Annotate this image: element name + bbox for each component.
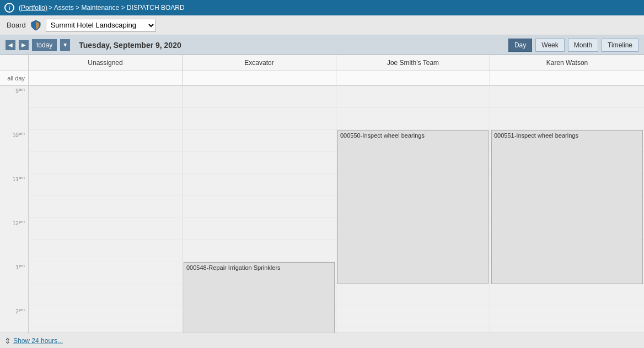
all-day-cell-joe[interactable]	[336, 70, 490, 85]
view-timeline-button[interactable]: Timeline	[602, 39, 638, 52]
view-week-button[interactable]: Week	[535, 39, 564, 52]
cell	[29, 328, 182, 333]
all-day-cell-karen[interactable]	[490, 70, 644, 85]
calendar-date-label: Tuesday, September 9, 2020	[79, 41, 505, 50]
cell	[29, 196, 182, 218]
time-1030	[0, 152, 29, 174]
time-labels: 9am 10am 11am 12pm 1pm 2pm 3pm 4pm 5pm 6…	[0, 86, 29, 333]
time-12pm: 12pm	[0, 218, 29, 240]
column-headers: Unassigned Excavator Joe Smith's Team Ka…	[0, 55, 644, 70]
cell	[183, 152, 336, 174]
time-1130	[0, 196, 29, 218]
cell	[183, 108, 336, 130]
cell	[29, 174, 182, 196]
cell	[29, 240, 182, 262]
cell	[29, 86, 182, 108]
bottom-bar: ⇕ Show 24 hours...	[0, 333, 644, 348]
cell	[490, 86, 644, 108]
time-header	[0, 55, 29, 70]
time-2pm: 2pm	[0, 306, 29, 328]
cell	[490, 306, 644, 328]
cell	[29, 306, 182, 328]
all-day-cell-unassigned[interactable]	[29, 70, 183, 85]
all-day-label: all day	[0, 70, 29, 85]
time-1pm: 1pm	[0, 262, 29, 284]
calendar-toolbar: ◀ ▶ today ▼ Tuesday, September 9, 2020 D…	[0, 35, 644, 55]
time-130	[0, 284, 29, 306]
portfolio-link[interactable]: (Portfolio)	[19, 4, 47, 12]
cell	[183, 240, 336, 262]
breadcrumb: > Assets > Maintenance > DISPATCH BOARD	[49, 4, 185, 12]
col-header-joe-team: Joe Smith's Team	[336, 55, 490, 70]
board-selector[interactable]: Summit Hotel Landscaping	[46, 19, 156, 32]
event-551-title: 000551-Inspect wheel bearings	[494, 132, 578, 139]
time-grid: 9am 10am 11am 12pm 1pm 2pm 3pm 4pm 5pm 6…	[0, 86, 644, 333]
today-button[interactable]: today	[32, 39, 57, 51]
time-11am: 11am	[0, 174, 29, 196]
cell	[29, 218, 182, 240]
all-day-row: all day	[0, 70, 644, 86]
view-day-button[interactable]: Day	[508, 39, 532, 52]
col-header-excavator: Excavator	[183, 55, 336, 70]
time-1230	[0, 240, 29, 262]
cell	[336, 284, 490, 306]
time-230	[0, 328, 29, 333]
cell	[336, 108, 490, 130]
col-header-karen: Karen Watson	[490, 55, 644, 70]
event-550-title: 000550-Inspect wheel bearings	[340, 132, 425, 139]
cell	[336, 328, 490, 333]
event-551[interactable]: 000551-Inspect wheel bearings	[491, 130, 643, 284]
cell	[183, 196, 336, 218]
next-button[interactable]: ▶	[19, 40, 29, 50]
shield-icon	[30, 20, 41, 31]
grid-col-joe-team[interactable]: 000550-Inspect wheel bearings	[336, 86, 490, 333]
event-548-title: 000548-Repair Irrigation Sprinklers	[186, 264, 281, 271]
event-548[interactable]: 000548-Repair Irrigation Sprinklers	[184, 262, 335, 333]
view-month-button[interactable]: Month	[568, 39, 598, 52]
cell	[183, 218, 336, 240]
today-dropdown-button[interactable]: ▼	[60, 39, 70, 51]
grid-col-karen[interactable]: 000551-Inspect wheel bearings	[490, 86, 644, 333]
top-navigation-bar: i (Portfolio) > Assets > Maintenance > D…	[0, 0, 644, 15]
cell	[490, 284, 644, 306]
show-hours-label[interactable]: Show 24 hours...	[13, 337, 63, 345]
grid-col-excavator[interactable]: 000548-Repair Irrigation Sprinklers	[183, 86, 336, 333]
cell	[183, 174, 336, 196]
col-header-unassigned: Unassigned	[29, 55, 183, 70]
show-hours-icon: ⇕	[4, 336, 11, 345]
cell	[336, 306, 490, 328]
board-bar: Board Summit Hotel Landscaping	[0, 15, 644, 35]
cell	[183, 86, 336, 108]
all-day-cell-excavator[interactable]	[183, 70, 336, 85]
cell	[29, 262, 182, 284]
cell	[29, 152, 182, 174]
grid-col-unassigned[interactable]	[29, 86, 183, 333]
app-icon[interactable]: i	[4, 3, 14, 13]
cell	[336, 86, 490, 108]
cell	[490, 108, 644, 130]
cell	[490, 328, 644, 333]
board-label: Board	[7, 21, 26, 29]
time-930	[0, 108, 29, 130]
time-9am: 9am	[0, 86, 29, 108]
calendar-grid: Unassigned Excavator Joe Smith's Team Ka…	[0, 55, 644, 333]
cell	[29, 284, 182, 306]
time-10am: 10am	[0, 130, 29, 152]
cell	[29, 130, 182, 152]
time-grid-wrapper[interactable]: 9am 10am 11am 12pm 1pm 2pm 3pm 4pm 5pm 6…	[0, 86, 644, 333]
event-550[interactable]: 000550-Inspect wheel bearings	[337, 130, 489, 284]
cell	[183, 130, 336, 152]
cell	[29, 108, 182, 130]
prev-button[interactable]: ◀	[6, 40, 15, 50]
